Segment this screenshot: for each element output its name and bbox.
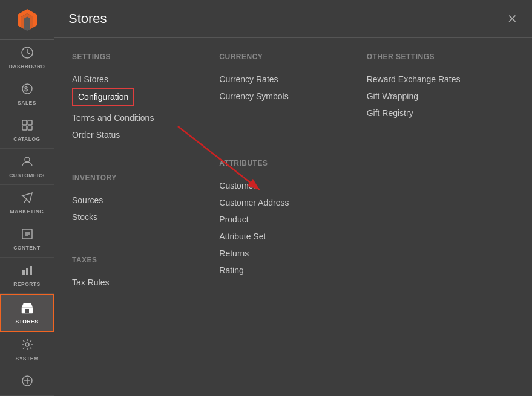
other-settings-section: Other Settings Reward Exchange Rates Gif… — [367, 53, 514, 140]
customer-address-link[interactable]: Customer Address — [219, 194, 354, 211]
sidebar-item-sales[interactable]: $ SALES — [0, 76, 54, 112]
rating-link[interactable]: Rating — [219, 262, 354, 279]
sidebar-item-marketing-label: MARKETING — [10, 209, 44, 215]
main-content: Stores ✕ Settings All Stores Configurati… — [54, 0, 532, 396]
column-2: Currency Currency Rates Currency Symbols… — [219, 53, 366, 309]
reward-exchange-rates-link[interactable]: Reward Exchange Rates — [367, 71, 502, 88]
settings-section: Settings All Stores Configuration Terms … — [72, 53, 219, 161]
currency-heading: Currency — [219, 53, 354, 61]
svg-point-23 — [25, 343, 29, 346]
sidebar-item-system-label: SYSTEM — [16, 355, 39, 362]
sidebar-logo — [0, 0, 54, 40]
content-icon — [21, 227, 34, 242]
sources-link[interactable]: Sources — [72, 192, 207, 209]
svg-marker-2 — [24, 16, 30, 31]
svg-rect-9 — [28, 126, 32, 130]
panel-body: Settings All Stores Configuration Terms … — [54, 38, 532, 323]
catalog-icon — [21, 118, 34, 134]
inventory-section: Inventory Sources Stocks — [72, 174, 219, 244]
stores-icon — [21, 301, 34, 316]
inventory-heading: Inventory — [72, 174, 207, 182]
currency-rates-link[interactable]: Currency Rates — [219, 71, 354, 88]
stocks-link[interactable]: Stocks — [72, 209, 207, 226]
sidebar-item-stores-label: STORES — [16, 319, 39, 325]
sidebar-item-system[interactable]: SYSTEM — [0, 332, 54, 368]
sidebar-item-catalog[interactable]: CATALOG — [0, 112, 54, 149]
svg-text:$: $ — [24, 85, 28, 93]
column-3: Other Settings Reward Exchange Rates Gif… — [367, 53, 514, 309]
sidebar-item-sales-label: SALES — [18, 100, 36, 106]
customer-attr-link[interactable]: Customer — [219, 177, 354, 194]
svg-marker-11 — [22, 193, 32, 203]
sidebar-item-content[interactable]: CONTENT — [0, 221, 54, 258]
column-1: Settings All Stores Configuration Terms … — [72, 53, 219, 309]
product-attr-link[interactable]: Product — [219, 211, 354, 228]
stores-panel: Stores ✕ Settings All Stores Configurati… — [54, 0, 532, 396]
svg-rect-17 — [22, 270, 25, 275]
marketing-icon — [21, 191, 34, 206]
taxes-heading: Taxes — [72, 256, 207, 264]
dashboard-icon — [21, 46, 34, 61]
order-status-link[interactable]: Order Status — [72, 126, 207, 143]
sidebar: DASHBOARD $ SALES CATALOG CUSTOMERS MARK… — [0, 0, 54, 396]
svg-rect-6 — [22, 120, 27, 125]
svg-line-12 — [24, 199, 27, 203]
svg-rect-21 — [25, 309, 29, 313]
currency-section: Currency Currency Rates Currency Symbols — [219, 53, 366, 123]
sidebar-item-dashboard-label: DASHBOARD — [9, 63, 45, 70]
attributes-heading: Attributes — [219, 159, 354, 167]
sidebar-item-marketing[interactable]: MARKETING — [0, 185, 54, 221]
svg-point-10 — [25, 157, 30, 162]
panel-title: Stores — [68, 11, 107, 27]
panel-body-wrapper: Settings All Stores Configuration Terms … — [54, 38, 532, 396]
attribute-set-link[interactable]: Attribute Set — [219, 228, 354, 245]
svg-rect-19 — [30, 266, 32, 275]
sales-icon: $ — [21, 82, 34, 97]
attributes-section: Attributes Customer Customer Address Pro… — [219, 159, 366, 297]
reports-icon — [21, 264, 34, 279]
returns-link[interactable]: Returns — [219, 245, 354, 262]
other-settings-heading: Other Settings — [367, 53, 502, 61]
currency-symbols-link[interactable]: Currency Symbols — [219, 88, 354, 105]
sidebar-item-customers-label: CUSTOMERS — [9, 172, 45, 178]
sidebar-item-reports-label: REPORTS — [13, 281, 41, 287]
settings-heading: Settings — [72, 53, 207, 61]
svg-rect-18 — [26, 268, 28, 275]
panel-header: Stores ✕ — [54, 0, 532, 38]
extensions-icon — [21, 374, 34, 389]
sidebar-item-customers[interactable]: CUSTOMERS — [0, 149, 54, 185]
system-icon — [21, 338, 34, 353]
sidebar-item-content-label: CONTENT — [13, 245, 41, 251]
gift-registry-link[interactable]: Gift Registry — [367, 105, 502, 122]
sidebar-item-reports[interactable]: REPORTS — [0, 258, 54, 294]
all-stores-link[interactable]: All Stores — [72, 71, 207, 88]
configuration-link[interactable]: Configuration — [72, 88, 134, 106]
taxes-section: Taxes Tax Rules — [72, 256, 219, 309]
tax-rules-link[interactable]: Tax Rules — [72, 274, 207, 291]
svg-rect-7 — [28, 120, 32, 125]
sidebar-item-stores[interactable]: STORES — [0, 294, 54, 332]
gift-wrapping-link[interactable]: Gift Wrapping — [367, 88, 502, 105]
sidebar-item-extensions[interactable] — [0, 368, 54, 396]
customers-icon — [21, 155, 34, 170]
close-button[interactable]: ✕ — [507, 13, 517, 25]
sidebar-item-catalog-label: CATALOG — [13, 136, 40, 142]
magento-logo-icon — [14, 7, 41, 33]
svg-rect-8 — [22, 126, 27, 130]
terms-conditions-link[interactable]: Terms and Conditions — [72, 109, 207, 126]
sidebar-item-dashboard[interactable]: DASHBOARD — [0, 40, 54, 76]
